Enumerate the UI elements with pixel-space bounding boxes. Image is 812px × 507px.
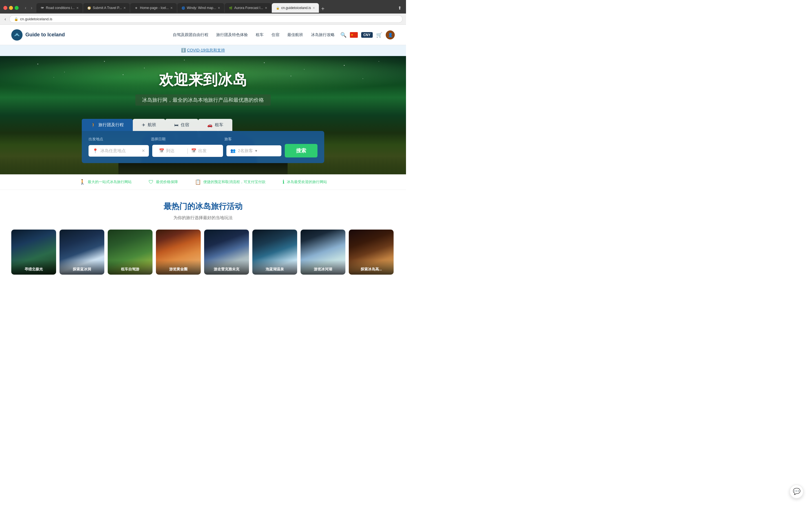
hero-text: 欢迎来到冰岛 冰岛旅行网，最全的冰岛本地旅行产品和最优惠的价格 [0,70,406,106]
arrive-date-field[interactable]: 📅 到达 [156,148,187,154]
flights-icon: ✈ [142,122,146,128]
search-tab-car-rental[interactable]: 🚗 租车 [198,119,232,131]
homepage-favicon: ❄ [134,6,138,10]
tab-close-icon[interactable]: × [265,6,267,10]
nav-self-drive[interactable]: 自驾及跟团自由行程 [173,33,208,38]
search-button[interactable]: 🔍 [340,32,347,38]
covid-link[interactable]: COVID-19信息和支持 [187,48,225,52]
activity-card-0[interactable]: 寻猎北极光 [11,230,56,275]
card-label-5: 泡蓝湖温泉 [252,260,297,275]
hero-title: 欢迎来到冰岛 [0,70,406,90]
tab-road-conditions[interactable]: 🗺 Road conditions i... × [36,3,83,13]
tours-icon: 🚶 [91,122,96,128]
nav-tours[interactable]: 旅行团及特色体验 [216,33,248,38]
trust-icon-0: 🚶 [79,179,86,185]
search-tab-tours[interactable]: 🚶 旅行团及行程 [82,119,133,131]
share-button[interactable]: ⬆ [397,4,403,12]
activity-card-4[interactable]: 游走雷克雅未克 [204,230,249,275]
card-label-6: 游览冰河湖 [301,260,345,275]
trust-item-3: ℹ 冰岛最受欢迎的旅行网站 [283,179,327,185]
close-window-button[interactable] [3,6,7,10]
activity-card-1[interactable]: 探索蓝冰洞 [59,230,104,275]
depart-date-field[interactable]: 📅 出发 [188,148,219,154]
nav-flights[interactable]: 最佳航班 [287,33,303,38]
currency-badge[interactable]: CNY [361,32,373,38]
activity-card-3[interactable]: 游览黄金圈 [156,230,201,275]
nav-blog[interactable]: 冰岛旅行攻略 [311,33,335,38]
china-flag-icon[interactable] [350,32,358,38]
logo-icon [11,29,22,41]
nav-accommodation[interactable]: 住宿 [271,33,280,38]
svg-point-5 [144,68,145,68]
hero-subtitle: 冰岛旅行网，最全的冰岛本地旅行产品和最优惠的价格 [135,94,271,106]
svg-point-6 [184,60,185,61]
calendar-arrive-icon: 📅 [159,148,164,153]
location-icon: 📍 [93,148,98,154]
search-widget: 🚶 旅行团及行程 ✈ 航班 🛏 住宿 🚗 租车 出发地点 [82,119,324,163]
accommodation-icon: 🛏 [174,122,179,127]
trust-text-3: 冰岛最受欢迎的旅行网站 [287,179,327,184]
date-field[interactable]: 📅 到达 | 📅 出发 [152,145,223,157]
header-icons: 🔍 CNY 🛒 👤 [340,31,395,40]
browser-nav-arrows: ‹ › [23,5,34,11]
cart-button[interactable]: 🛒 [376,32,382,38]
search-tab-accommodation[interactable]: 🛏 住宿 [165,119,198,131]
site-header: Guide to Iceland 自驾及跟团自由行程 旅行团及特色体验 租车 住… [0,25,406,45]
tab-windy[interactable]: 🌀 Windy: Wind map... × [177,3,224,13]
tab-windy-label: Windy: Wind map... [187,6,216,10]
location-field[interactable]: 📍 冰岛任意地点 × [89,145,149,157]
tab-submit-travel[interactable]: 🧭 Submit A Travel P... × [83,3,130,13]
address-text: cn.guidetoiceland.is [20,17,52,21]
car-tab-label: 租车 [215,122,223,128]
tab-guide-iceland[interactable]: 🔒 cn.guidetoiceland.is × [272,3,319,13]
guests-icon: 👥 [231,148,236,153]
search-form: 出发地点 选择日期 旅客 📍 冰岛任意地点 × 📅 到达 [82,131,324,163]
activity-card-7[interactable]: 探索冰岛高... [349,230,394,275]
tab-aurora-label: Aurora Forecast I... [234,6,263,10]
search-tabs: 🚶 旅行团及行程 ✈ 航班 🛏 住宿 🚗 租车 [82,119,324,131]
card-label-0: 寻猎北极光 [11,260,56,275]
user-avatar[interactable]: 👤 [386,31,395,40]
activity-card-6[interactable]: 游览冰河湖 [301,230,345,275]
maximize-window-button[interactable] [15,6,18,10]
trust-text-0: 最大的一站式冰岛旅行网站 [88,179,132,184]
logo[interactable]: Guide to Iceland [11,29,65,41]
tab-submit-label: Submit A Travel P... [93,6,122,10]
svg-point-8 [264,62,265,63]
browser-back-button[interactable]: ‹ [23,5,28,11]
back-button[interactable]: ‹ [3,15,7,23]
tab-close-icon[interactable]: × [313,6,315,10]
card-label-4: 游走雷克雅未克 [204,260,249,275]
browser-forward-button[interactable]: › [29,5,34,11]
guests-field[interactable]: 👥 2名旅客 ▾ [226,145,282,156]
search-button[interactable]: 搜索 [285,144,317,158]
nav-car-rental[interactable]: 租车 [256,33,264,38]
site-container: Guide to Iceland 自驾及跟团自由行程 旅行团及特色体验 租车 住… [0,25,406,283]
logo-text: Guide to Iceland [26,32,65,38]
window-controls [3,6,18,10]
activity-card-2[interactable]: 租车自驾游 [108,230,153,275]
card-label-3: 游览黄金圈 [156,260,201,275]
tab-close-icon[interactable]: × [218,6,220,10]
activity-card-5[interactable]: 泡蓝湖温泉 [252,230,297,275]
address-bar[interactable]: 🔒 cn.guidetoiceland.is [9,15,403,23]
search-input-row: 📍 冰岛任意地点 × 📅 到达 | 📅 出发 [89,144,317,158]
trust-icon-1: 🛡 [149,179,154,185]
arrive-placeholder: 到达 [166,148,174,154]
tab-close-icon[interactable]: × [170,6,172,10]
search-tab-flights[interactable]: ✈ 航班 [133,119,165,131]
trust-item-0: 🚶 最大的一站式冰岛旅行网站 [79,179,132,185]
guests-value: 2名旅客 [238,148,253,154]
new-tab-button[interactable]: + [319,5,326,13]
minimize-window-button[interactable] [9,6,13,10]
trust-text-2: 便捷的预定和取消流程，可支付宝付款 [203,179,266,184]
tab-homepage[interactable]: ❄ Home-page - Icel... × [130,3,176,13]
calendar-depart-icon: 📅 [191,148,197,153]
clear-location-button[interactable]: × [142,148,145,154]
tab-close-icon[interactable]: × [123,6,126,10]
tab-aurora[interactable]: 🌿 Aurora Forecast I... × [225,3,271,13]
tab-close-icon[interactable]: × [77,6,79,10]
location-input: 冰岛任意地点 [100,148,126,154]
flights-tab-label: 航班 [148,122,156,128]
chevron-down-icon: ▾ [255,149,257,153]
